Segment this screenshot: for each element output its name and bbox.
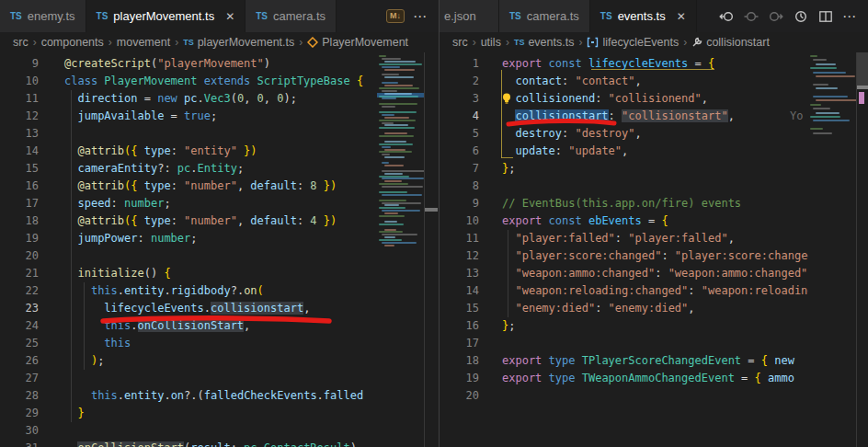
code-line-16[interactable]: 16 @attrib({ type: "number", default: 8 …: [0, 178, 377, 195]
code-line-30[interactable]: 30: [0, 422, 377, 440]
code-line-17[interactable]: 17 speed: number;: [0, 195, 377, 212]
close-icon[interactable]: ✕: [677, 11, 686, 22]
line-number[interactable]: 20: [440, 387, 479, 405]
breadcrumb-item-lifecycleevents[interactable]: lifecycleEvents: [587, 36, 679, 49]
nav-current-button-circle-dash-icon[interactable]: [743, 8, 760, 25]
line-number[interactable]: 10: [0, 73, 39, 90]
code-line-15[interactable]: 15 "enemy:died": "enemy:died",: [440, 300, 808, 317]
line-number[interactable]: 5: [440, 125, 479, 143]
history-button-clock-icon[interactable]: [793, 8, 809, 25]
code-line-26[interactable]: 26 );: [0, 352, 377, 370]
tab-camera-ts[interactable]: TScamera.ts: [246, 0, 337, 32]
line-number[interactable]: 24: [0, 317, 39, 335]
code-line-10[interactable]: 10class PlayerMovement extends ScriptTyp…: [0, 73, 377, 90]
code-line-22[interactable]: 22 this.entity.rigidbody?.on(: [0, 282, 377, 300]
code-line-20[interactable]: 20: [440, 387, 808, 405]
code-line-18[interactable]: 18 @attrib({ type: "number", default: 4 …: [0, 212, 377, 230]
line-number[interactable]: 16: [0, 178, 39, 195]
line-number[interactable]: 27: [0, 370, 39, 387]
line-number[interactable]: 12: [0, 108, 39, 125]
code-line-4[interactable]: 4 collisionstart: "collisionstart",: [440, 108, 808, 125]
line-number[interactable]: 11: [440, 230, 479, 247]
line-number[interactable]: 15: [0, 160, 39, 178]
line-number[interactable]: 7: [440, 160, 479, 178]
tab-enemy-ts[interactable]: TSenemy.ts: [0, 0, 86, 32]
code-line-21[interactable]: 21 initialize() {: [0, 265, 377, 282]
code-area-left[interactable]: 9@createScript("playerMovement")10class …: [0, 52, 377, 447]
code-line-13[interactable]: 13: [0, 125, 377, 143]
line-number[interactable]: 11: [0, 90, 39, 108]
line-number[interactable]: 1: [440, 55, 479, 73]
tab-camera-ts[interactable]: TScamera.ts: [499, 0, 590, 32]
code-line-2[interactable]: 2 contact: "contact",: [440, 73, 808, 90]
code-line-11[interactable]: 11 direction = new pc.Vec3(0, 0, 0);: [0, 90, 377, 108]
line-number[interactable]: 28: [0, 387, 39, 405]
code-line-28[interactable]: 28 this.entity.on?.(falledCheckEvents.fa…: [0, 387, 377, 405]
code-line-14[interactable]: 14 "weapon:reloading:changed": "weapon:r…: [440, 282, 808, 300]
line-number[interactable]: 4: [440, 108, 479, 125]
breadcrumb-item-src[interactable]: src: [13, 36, 29, 49]
code-area-right[interactable]: 1export const lifecycleEvents = {2 conta…: [440, 52, 808, 447]
line-number[interactable]: 9: [0, 55, 39, 73]
nav-forward-button-circle-arrow-right-icon[interactable]: [768, 8, 784, 25]
code-line-14[interactable]: 14 @attrib({ type: "entity" }): [0, 143, 377, 160]
line-number[interactable]: 29: [0, 405, 39, 422]
line-number[interactable]: 6: [440, 143, 479, 160]
line-number[interactable]: 9: [440, 195, 479, 212]
line-number[interactable]: 12: [440, 247, 479, 265]
tab-playermovement-ts[interactable]: TSplayerMovement.ts✕: [86, 0, 246, 32]
breadcrumb-item-playermovement[interactable]: PlayerMovement: [307, 36, 408, 49]
breadcrumb-item-collisionstart[interactable]: collisionstart: [691, 36, 770, 49]
lightbulb-icon[interactable]: [500, 92, 513, 105]
line-number[interactable]: 19: [440, 370, 479, 387]
line-number[interactable]: 14: [440, 282, 479, 300]
minimap-left[interactable]: [377, 52, 425, 447]
breadcrumb-item-playermovement-ts[interactable]: TSplayerMovement.ts: [183, 36, 294, 49]
more-actions-button[interactable]: ⋯: [413, 8, 428, 25]
code-line-10[interactable]: 10export const ebEvents = {: [440, 212, 808, 230]
scrollbar-left[interactable]: [425, 52, 438, 447]
code-line-9[interactable]: 9@createScript("playerMovement"): [0, 55, 377, 73]
line-number[interactable]: 13: [440, 265, 479, 282]
close-icon[interactable]: ✕: [225, 11, 234, 22]
code-line-29[interactable]: 29 }: [0, 405, 377, 422]
more-actions-button[interactable]: ⋯: [842, 8, 857, 25]
code-line-3[interactable]: 3 collisionend: "collisionend",: [440, 90, 808, 108]
line-number[interactable]: 22: [0, 282, 39, 300]
line-number[interactable]: 18: [440, 352, 479, 370]
editor-right[interactable]: 1export const lifecycleEvents = {2 conta…: [440, 52, 868, 447]
code-line-24[interactable]: 24 this.onCollisionStart,: [0, 317, 377, 335]
line-number[interactable]: 3: [440, 90, 479, 108]
code-line-6[interactable]: 6 update: "update",: [440, 143, 808, 160]
code-line-9[interactable]: 9// EventBus(this.app.on/fire) events: [440, 195, 808, 212]
code-line-23[interactable]: 23 lifecycleEvents.collisionstart,: [0, 300, 377, 317]
tab-events-ts[interactable]: TSevents.ts✕: [590, 0, 697, 32]
minimap-right[interactable]: [808, 52, 856, 447]
nav-back-button-circle-arrow-left-icon[interactable]: [718, 8, 735, 25]
code-line-19[interactable]: 19 jumpPower: number;: [0, 230, 377, 247]
breadcrumb-item-components[interactable]: components: [41, 36, 104, 49]
code-line-5[interactable]: 5 destroy: "destroy",: [440, 125, 808, 143]
breadcrumb-item-src[interactable]: src: [452, 36, 468, 49]
line-number[interactable]: 21: [0, 265, 39, 282]
editor-left[interactable]: 9@createScript("playerMovement")10class …: [0, 52, 439, 447]
code-line-8[interactable]: 8: [440, 178, 808, 195]
code-line-11[interactable]: 11 "player:falled": "player:falled",: [440, 230, 808, 247]
code-line-12[interactable]: 12 jumpAvailable = true;: [0, 108, 377, 125]
code-line-7[interactable]: 7};: [440, 160, 808, 178]
code-line-12[interactable]: 12 "player:score:changed": "player:score…: [440, 247, 808, 265]
line-number[interactable]: 13: [0, 125, 39, 143]
line-number[interactable]: 30: [0, 422, 39, 440]
line-number[interactable]: 2: [440, 73, 479, 90]
breadcrumb-item-movement[interactable]: movement: [117, 36, 170, 49]
code-line-31[interactable]: 31 onCollisionStart(result: pc.ContactRe…: [0, 440, 377, 447]
code-line-20[interactable]: 20: [0, 247, 377, 265]
tab-e-json[interactable]: e.json: [440, 0, 499, 32]
line-number[interactable]: 19: [0, 230, 39, 247]
line-number[interactable]: 17: [440, 335, 479, 352]
code-line-17[interactable]: 17: [440, 335, 808, 352]
code-line-27[interactable]: 27: [0, 370, 377, 387]
line-number[interactable]: 15: [440, 300, 479, 317]
scrollbar-right[interactable]: [856, 52, 868, 447]
line-number[interactable]: 10: [440, 212, 479, 230]
